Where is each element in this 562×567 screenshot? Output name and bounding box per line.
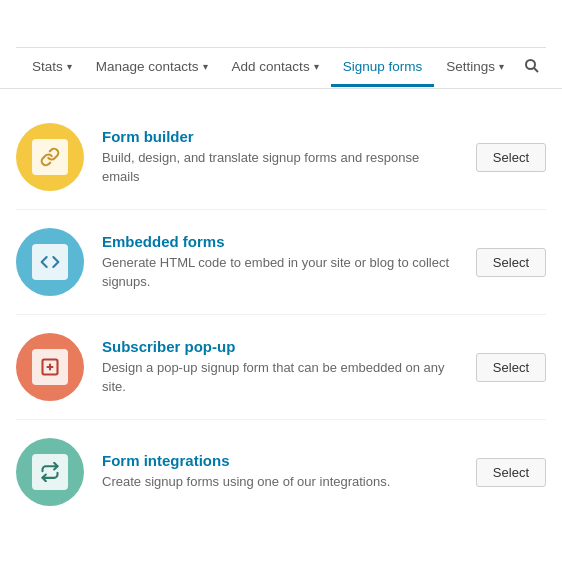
nav-item-settings[interactable]: Settings▾ <box>434 49 516 87</box>
main-nav: Stats▾Manage contacts▾Add contacts▾Signu… <box>16 47 546 88</box>
chevron-down-icon: ▾ <box>499 61 504 72</box>
subscriber-popup-info: Subscriber pop-upDesign a pop-up signup … <box>102 338 458 395</box>
embedded-forms-icon <box>16 228 84 296</box>
embedded-forms-info: Embedded formsGenerate HTML code to embe… <box>102 233 458 290</box>
subscriber-popup-description: Design a pop-up signup form that can be … <box>102 359 458 395</box>
form-integrations-description: Create signup forms using one of our int… <box>102 473 458 491</box>
form-builder-select-button[interactable]: Select <box>476 143 546 172</box>
form-builder-name: Form builder <box>102 128 458 145</box>
embedded-forms-select-button[interactable]: Select <box>476 248 546 277</box>
search-icon[interactable] <box>516 48 548 88</box>
subscriber-popup-icon <box>16 333 84 401</box>
svg-line-1 <box>534 68 538 72</box>
embedded-forms-description: Generate HTML code to embed in your site… <box>102 254 458 290</box>
nav-item-label: Settings <box>446 59 495 74</box>
nav-item-manage-contacts[interactable]: Manage contacts▾ <box>84 49 220 87</box>
nav-item-label: Manage contacts <box>96 59 199 74</box>
list-item: Subscriber pop-upDesign a pop-up signup … <box>16 315 546 420</box>
nav-item-signup-forms[interactable]: Signup forms <box>331 49 435 87</box>
list-item: Form integrationsCreate signup forms usi… <box>16 420 546 524</box>
nav-item-stats[interactable]: Stats▾ <box>20 49 84 87</box>
svg-point-0 <box>526 60 535 69</box>
chevron-down-icon: ▾ <box>314 61 319 72</box>
embedded-forms-name: Embedded forms <box>102 233 458 250</box>
form-integrations-name: Form integrations <box>102 452 458 469</box>
form-builder-description: Build, design, and translate signup form… <box>102 149 458 185</box>
subscriber-popup-select-button[interactable]: Select <box>476 353 546 382</box>
form-integrations-icon <box>16 438 84 506</box>
nav-item-label: Signup forms <box>343 59 423 74</box>
main-content: Form builderBuild, design, and translate… <box>0 89 562 540</box>
list-item: Form builderBuild, design, and translate… <box>16 105 546 210</box>
nav-item-add-contacts[interactable]: Add contacts▾ <box>220 49 331 87</box>
form-builder-icon <box>16 123 84 191</box>
chevron-down-icon: ▾ <box>67 61 72 72</box>
chevron-down-icon: ▾ <box>203 61 208 72</box>
nav-item-label: Stats <box>32 59 63 74</box>
nav-item-label: Add contacts <box>232 59 310 74</box>
form-integrations-info: Form integrationsCreate signup forms usi… <box>102 452 458 491</box>
form-integrations-select-button[interactable]: Select <box>476 458 546 487</box>
list-item: Embedded formsGenerate HTML code to embe… <box>16 210 546 315</box>
subscriber-popup-name: Subscriber pop-up <box>102 338 458 355</box>
form-builder-info: Form builderBuild, design, and translate… <box>102 128 458 185</box>
page-header: Stats▾Manage contacts▾Add contacts▾Signu… <box>0 0 562 89</box>
